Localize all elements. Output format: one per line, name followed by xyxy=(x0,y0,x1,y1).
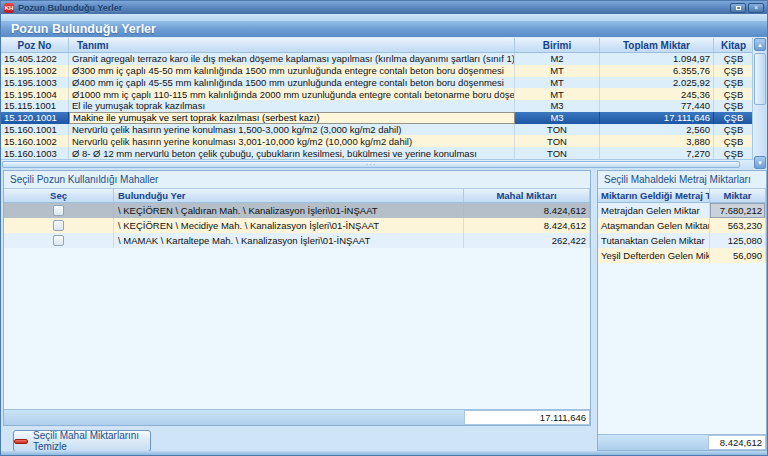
mahal-row[interactable]: \ KEÇİÖREN \ Mecidiye Mah. \ Kanalizasyo… xyxy=(4,218,590,233)
vertical-scroll-thumb[interactable] xyxy=(754,53,766,105)
cell-kitap: ÇŞB xyxy=(714,124,754,136)
cell-tanim: Nervürlü çelik hasırın yerine konulması … xyxy=(69,135,515,147)
cell-poz-no: 15.405.1202 xyxy=(1,53,69,65)
cell-mahal-miktari: 262,422 xyxy=(464,233,590,248)
cell-kitap: ÇŞB xyxy=(714,53,754,65)
cell-birim: MT xyxy=(515,88,600,100)
row-checkbox[interactable] xyxy=(53,235,64,246)
table-row-selected[interactable]: 15.120.1001 Makine ile yumuşak ve sert t… xyxy=(1,112,754,124)
cell-birim: M3 xyxy=(515,100,600,112)
scroll-down-icon[interactable]: ▼ xyxy=(754,156,766,169)
scroll-up-icon[interactable]: ▲ xyxy=(754,38,766,51)
table-row[interactable]: 15.160.1001 Nervürlü çelik hasırın yerin… xyxy=(1,124,754,136)
cell-miktar: 56,090 xyxy=(710,248,766,263)
metraj-panel-title: Seçili Mahaldeki Metraj Miktarları xyxy=(598,171,766,188)
cell-kitap: ÇŞB xyxy=(714,77,754,89)
cell-poz-no: 15.160.1001 xyxy=(1,124,69,136)
mahal-row-selected[interactable]: \ KEÇİÖREN \ Çaldıran Mah. \ Kanalizasyo… xyxy=(4,203,590,218)
cell-tanim: Ø400 mm iç çaplı 45-55 mm kalınlığında 1… xyxy=(69,77,515,89)
cell-tanim: Ø300 mm iç çaplı 45-50 mm kalınlığında 1… xyxy=(69,65,515,77)
mahaller-panel-title: Seçili Pozun Kullanıldığı Mahaller xyxy=(4,171,590,188)
cell-mahal-miktari: 8.424,612 xyxy=(464,218,590,233)
column-header-miktar[interactable]: Miktar xyxy=(710,189,766,202)
column-header-poz-no[interactable]: Poz No xyxy=(1,38,69,52)
cell-toplam: 7,270 xyxy=(600,147,714,159)
eraser-icon xyxy=(14,439,28,444)
cell-tanim-editing[interactable]: Makine ile yumuşak ve sert toprak kazılm… xyxy=(69,112,515,124)
cell-kitap: ÇŞB xyxy=(714,135,754,147)
row-checkbox[interactable] xyxy=(53,205,64,216)
metraj-total-row: 8.424,612 xyxy=(598,434,766,450)
metraj-empty-area xyxy=(598,263,766,434)
cell-birim: TON xyxy=(515,135,600,147)
restore-window-button[interactable] xyxy=(730,3,746,13)
cell-poz-no: 15.120.1001 xyxy=(1,112,69,124)
cell-metraj-tipi: Ataşmandan Gelen Miktar xyxy=(598,218,710,233)
row-checkbox[interactable] xyxy=(53,220,64,231)
cell-metraj-tipi: Metrajdan Gelen Miktar xyxy=(598,203,710,218)
metraj-total-value: 8.424,612 xyxy=(708,435,766,450)
mahaller-total-value: 17.111,646 xyxy=(464,410,590,425)
cell-bulundugu-yer: \ MAMAK \ Kartaltepe Mah. \ Kanalizasyon… xyxy=(114,233,464,248)
toolbar-strip xyxy=(1,14,767,21)
cell-tanim: Ø 8- Ø 12 mm nervürlü beton çelik çubuğu… xyxy=(69,147,515,159)
page-title: Pozun Bulunduğu Yerler xyxy=(11,22,156,36)
metraj-row[interactable]: Yeşil Defterden Gelen Miktar 56,090 xyxy=(598,248,766,263)
cell-tanim: Ø1000 mm iç çaplı 110-115 mm kalınlığınd… xyxy=(69,88,515,100)
column-header-tanim[interactable]: Tanımı xyxy=(69,38,515,52)
cell-bulundugu-yer: \ KEÇİÖREN \ Mecidiye Mah. \ Kanalizasyo… xyxy=(114,218,464,233)
table-row[interactable]: 15.115.1001 El ile yumuşak toprak kazılm… xyxy=(1,100,754,112)
cell-birim: TON xyxy=(515,147,600,159)
cell-toplam: 77,440 xyxy=(600,100,714,112)
cell-poz-no: 15.195.1004 xyxy=(1,88,69,100)
table-row[interactable]: 15.195.1004 Ø1000 mm iç çaplı 110-115 mm… xyxy=(1,88,754,100)
table-row[interactable]: 15.195.1002 Ø300 mm iç çaplı 45-50 mm ka… xyxy=(1,65,754,77)
cell-kitap: ÇŞB xyxy=(714,112,754,124)
column-header-bulundugu-yer[interactable]: Bulunduğu Yer xyxy=(114,189,464,202)
horizontal-scrollbar[interactable]: ··· xyxy=(1,159,754,169)
table-row[interactable]: 15.160.1002 Nervürlü çelik hasırın yerin… xyxy=(1,135,754,147)
table-row[interactable]: 15.195.1003 Ø400 mm iç çaplı 45-55 mm ka… xyxy=(1,77,754,89)
cell-miktar: 563,230 xyxy=(710,218,766,233)
column-header-mahal-miktari[interactable]: Mahal Miktarı xyxy=(464,189,590,202)
cell-poz-no: 15.115.1001 xyxy=(1,100,69,112)
clear-mahal-amounts-button[interactable]: Seçili Mahal Miktarlarını Temizle xyxy=(13,430,151,452)
cell-birim: M3 xyxy=(515,112,600,124)
cell-metraj-tipi: Yeşil Defterden Gelen Miktar xyxy=(598,248,710,263)
cell-metraj-tipi: Tutanaktan Gelen Miktar xyxy=(598,233,710,248)
table-row[interactable]: 15.160.1003 Ø 8- Ø 12 mm nervürlü beton … xyxy=(1,147,754,159)
cell-kitap: ÇŞB xyxy=(714,147,754,159)
column-header-sec[interactable]: Seç xyxy=(4,189,114,202)
cell-kitap: ÇŞB xyxy=(714,100,754,112)
cell-toplam: 3,880 xyxy=(600,135,714,147)
cell-birim: MT xyxy=(515,65,600,77)
cell-toplam: 2.025,92 xyxy=(600,77,714,89)
app-window: KH Pozun Bulunduğu Yerler × Pozun Bulund… xyxy=(0,0,768,456)
mahaller-total-row: 17.111,646 xyxy=(4,409,590,425)
poz-table: Poz No Tanımı Birimi Toplam Miktar Kitap… xyxy=(1,38,754,159)
cell-birim: TON xyxy=(515,124,600,136)
metraj-panel: Seçili Mahaldeki Metraj Miktarları Mikta… xyxy=(597,170,767,451)
table-row[interactable]: 15.405.1202 Granit agregalı terrazo karo… xyxy=(1,53,754,65)
clear-button-label: Seçili Mahal Miktarlarını Temizle xyxy=(33,430,150,452)
cell-miktar-selected: 7.680,212 xyxy=(710,203,766,218)
total-row-filler xyxy=(4,410,464,425)
column-header-metraj-tipi[interactable]: Miktarın Geldiği Metraj Tipi xyxy=(598,189,710,202)
column-header-toplam-miktar[interactable]: Toplam Miktar xyxy=(600,38,714,52)
mahal-row[interactable]: \ MAMAK \ Kartaltepe Mah. \ Kanalizasyon… xyxy=(4,233,590,248)
column-header-birim[interactable]: Birimi xyxy=(515,38,600,52)
metraj-row[interactable]: Tutanaktan Gelen Miktar 125,080 xyxy=(598,233,766,248)
cell-toplam: 17.111,646 xyxy=(600,112,714,124)
column-header-kitap[interactable]: Kitap xyxy=(714,38,754,52)
cell-toplam: 6.355,76 xyxy=(600,65,714,77)
metraj-row[interactable]: Ataşmandan Gelen Miktar 563,230 xyxy=(598,218,766,233)
cell-toplam: 1.094,97 xyxy=(600,53,714,65)
close-window-button[interactable]: × xyxy=(748,3,764,13)
metraj-row[interactable]: Metrajdan Gelen Miktar 7.680,212 xyxy=(598,203,766,218)
vertical-scrollbar[interactable]: ▲ ▼ xyxy=(752,38,767,169)
cell-birim: M2 xyxy=(515,53,600,65)
horizontal-scroll-thumb[interactable]: ··· xyxy=(2,161,740,168)
cell-toplam: 2,560 xyxy=(600,124,714,136)
section-header: Pozun Bulunduğu Yerler xyxy=(1,21,767,38)
poz-table-header: Poz No Tanımı Birimi Toplam Miktar Kitap xyxy=(1,38,754,53)
